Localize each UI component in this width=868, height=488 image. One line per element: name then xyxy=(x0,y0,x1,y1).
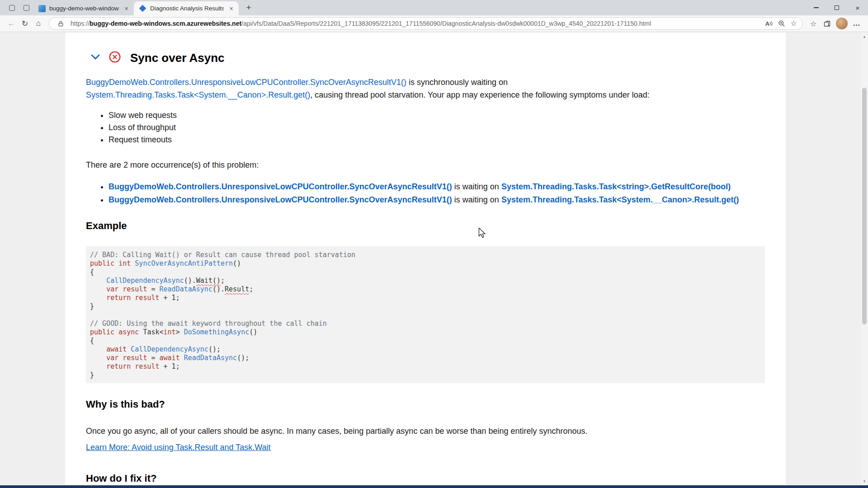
code-line: var result = await ReadDataAsync(); xyxy=(90,354,759,362)
learn-more-link[interactable]: Learn More: Avoid using Task.Result and … xyxy=(86,442,271,453)
code-line: CallDependencyAsync().Wait(); xyxy=(90,277,759,285)
url-domain: buggy-demo-web-windows.scm.azurewebsites… xyxy=(90,20,241,27)
page-title: Sync over Async xyxy=(130,51,225,65)
method-link[interactable]: System.Threading.Tasks.Task<string>.GetR… xyxy=(501,182,731,191)
tab-title: Diagnostic Analysis Results xyxy=(150,5,224,12)
profile-avatar[interactable] xyxy=(836,18,848,29)
url-text: https://buggy-demo-web-windows.scm.azure… xyxy=(71,20,763,27)
summary-paragraph: BuggyDemoWeb.Controllers.UnresponsiveLow… xyxy=(86,76,765,101)
why-paragraph: Once you go async, all of your callers s… xyxy=(86,425,765,437)
code-line: return result + 1; xyxy=(90,294,759,302)
scroll-up-icon[interactable]: ▲ xyxy=(861,33,868,40)
browser-tab-1[interactable]: buggy-demo-web-windows | Dia... × xyxy=(33,1,134,15)
tab-title: buggy-demo-web-windows | Dia... xyxy=(49,5,119,12)
code-line: { xyxy=(90,268,759,277)
maximize-button[interactable] xyxy=(826,0,847,15)
minimize-button[interactable] xyxy=(806,0,826,15)
occurrence-list: BuggyDemoWeb.Controllers.UnresponsiveLow… xyxy=(86,180,765,206)
chevron-down-icon[interactable] xyxy=(90,51,101,65)
close-button[interactable]: × xyxy=(847,0,868,15)
add-favorite-icon[interactable]: ☆ + xyxy=(788,18,800,29)
code-line: await CallDependencyAsync(); xyxy=(90,345,759,354)
code-line: { xyxy=(90,337,759,345)
method-link[interactable]: BuggyDemoWeb.Controllers.UnresponsiveLow… xyxy=(108,195,452,204)
method-link[interactable]: System.Threading.Tasks.Task<System.__Can… xyxy=(501,195,739,204)
code-block: // BAD: Calling Wait() or Result can cau… xyxy=(86,246,765,383)
tab-close-icon[interactable]: × xyxy=(227,5,235,12)
taskbar-edge xyxy=(0,485,868,488)
code-line: return result + 1; xyxy=(90,362,759,371)
occurrence-text: is waiting on xyxy=(452,182,501,191)
new-tab-button[interactable]: + xyxy=(242,1,255,14)
url-scheme: https:// xyxy=(71,20,90,27)
diagnostic-report: Sync over Async BuggyDemoWeb.Controllers… xyxy=(65,33,786,485)
site-info-lock-icon[interactable] xyxy=(55,18,67,29)
back-icon[interactable]: ← xyxy=(5,17,18,30)
method-link[interactable]: BuggyDemoWeb.Controllers.UnresponsiveLow… xyxy=(108,182,452,191)
occurrences-intro: There are 2 more occurrence(s) of this p… xyxy=(86,159,765,171)
list-item: BuggyDemoWeb.Controllers.UnresponsiveLow… xyxy=(108,193,765,206)
refresh-icon[interactable]: ↻ xyxy=(18,17,32,30)
minimize-icon xyxy=(814,7,819,8)
tab-close-icon[interactable]: × xyxy=(123,5,130,12)
home-icon[interactable]: ⌂ xyxy=(32,17,45,30)
browser-tab-2-active[interactable]: Diagnostic Analysis Results × xyxy=(134,1,239,15)
favorites-star-icon[interactable]: ☆ xyxy=(807,17,820,30)
list-item: BuggyDemoWeb.Controllers.UnresponsiveLow… xyxy=(108,180,765,193)
why-heading: Why is this bad? xyxy=(86,398,765,411)
summary-text: , causing thread pool starvation. Your a… xyxy=(310,90,649,99)
method-link[interactable]: BuggyDemoWeb.Controllers.UnresponsiveLow… xyxy=(86,78,406,87)
code-line: // GOOD: Using the await keyword through… xyxy=(90,319,759,328)
symptom-list: Slow web requests Loss of throughput Req… xyxy=(86,109,765,146)
code-line: // BAD: Calling Wait() or Result can cau… xyxy=(90,251,759,259)
method-link[interactable]: System.Threading.Tasks.Task<System.__Can… xyxy=(86,90,310,99)
tab-strip: buggy-demo-web-windows | Dia... × Diagno… xyxy=(0,0,868,15)
window-controls: × xyxy=(806,0,868,15)
error-circle-icon xyxy=(108,51,121,65)
address-bar[interactable]: https://buggy-demo-web-windows.scm.azure… xyxy=(49,17,803,30)
scrollbar-thumb[interactable] xyxy=(862,88,867,324)
collections-icon[interactable] xyxy=(820,17,834,30)
zoom-in-icon[interactable] xyxy=(775,18,788,29)
code-line: } xyxy=(90,371,759,380)
maximize-icon xyxy=(835,5,839,10)
code-line: var result = ReadDataAsync().Result; xyxy=(90,285,759,294)
vertical-scrollbar[interactable]: ▲ ▼ xyxy=(861,33,868,485)
summary-text: is synchronously waiting on xyxy=(406,78,508,87)
fix-heading: How do I fix it? xyxy=(86,472,765,485)
page-viewport: Sync over Async BuggyDemoWeb.Controllers… xyxy=(0,33,868,488)
site-favicon xyxy=(139,5,146,12)
list-item: Slow web requests xyxy=(108,109,765,122)
settings-menu-icon[interactable]: … xyxy=(850,17,863,30)
navigation-bar: ← ↻ ⌂ https://buggy-demo-web-windows.scm… xyxy=(0,15,868,32)
report-header: Sync over Async xyxy=(90,51,765,65)
example-heading: Example xyxy=(86,219,765,233)
code-line: public int SyncOverAsyncAntiPattern() xyxy=(90,259,759,268)
site-favicon xyxy=(38,5,46,12)
list-item: Loss of throughput xyxy=(108,122,765,134)
occurrence-text: is waiting on xyxy=(452,195,501,204)
scroll-down-icon[interactable]: ▼ xyxy=(861,478,868,484)
url-path: /api/vfs/Data/DaaS/Reports/221201_171138… xyxy=(241,20,651,27)
code-line xyxy=(90,311,759,319)
list-item: Request timeouts xyxy=(108,134,765,146)
code-line: public async Task<int> DoSomethingAsync(… xyxy=(90,328,759,337)
read-aloud-icon[interactable]: A xyxy=(763,18,775,29)
tab-actions-icon[interactable] xyxy=(20,2,32,14)
workspaces-icon[interactable] xyxy=(6,2,18,14)
code-line: } xyxy=(90,302,759,311)
